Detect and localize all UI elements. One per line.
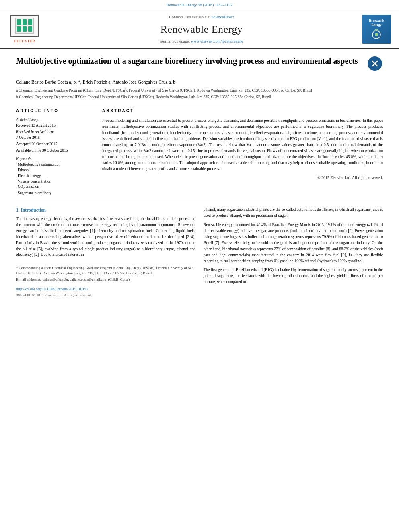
- contents-line: Contents lists available at ScienceDirec…: [169, 14, 234, 21]
- elsevier-brand: ELSEVIER: [14, 39, 35, 44]
- abstract-text: Process modeling and simulation are esse…: [102, 117, 383, 172]
- footer-links: http://dx.doi.org/10.1016/j.renene.2015.…: [16, 287, 195, 298]
- svg-point-8: [375, 33, 378, 36]
- article-title: Multiobjective optimization of a sugarca…: [16, 55, 367, 66]
- main-content: Multiobjective optimization of a sugarca…: [0, 49, 399, 306]
- renewable-energy-logo: RenewableEnergy: [362, 15, 391, 44]
- footer-issn: 0960-1481/© 2015 Elsevier Ltd. All right…: [16, 293, 195, 298]
- intro-paragraph-1: The increasing energy demands, the aware…: [16, 216, 195, 258]
- info-abstract-section: ARTICLE INFO Article history: Received 1…: [16, 108, 383, 196]
- footnote-email: E-mail addresses: calime@ufscar.br, cali…: [16, 277, 195, 282]
- homepage-link[interactable]: www.elsevier.com/locate/renene: [191, 39, 243, 43]
- affiliation-a: a Chemical Engineering Graduate Program …: [16, 88, 383, 94]
- body-right-col: ethanol, many sugarcane industrial plant…: [204, 207, 383, 298]
- affiliation-b: b Chemical Engineering Department/UFSCar…: [16, 94, 383, 100]
- history-label: Article history:: [16, 117, 93, 123]
- copyright: © 2015 Elsevier Ltd. All rights reserved…: [102, 175, 383, 181]
- accepted-date: Accepted 20 October 2015: [16, 142, 93, 147]
- online-date: Available online 30 October 2015: [16, 148, 93, 154]
- keyword-3: Electric energy: [18, 173, 93, 179]
- svg-rect-3: [28, 19, 32, 25]
- homepage-line: journal homepage: www.elsevier.com/locat…: [160, 39, 243, 45]
- keyword-2: Ethanol: [18, 168, 93, 173]
- footnote-star: * Corresponding author. Chemical Enginee…: [16, 265, 195, 276]
- intro-paragraph-3: Renewable energy accounted for 46.4% of …: [204, 222, 383, 264]
- intro-heading: 1. Introduction: [16, 207, 195, 214]
- citation-text: Renewable Energy 96 (2016) 1142–1152: [167, 3, 232, 7]
- crossmark-badge: [367, 55, 383, 72]
- journal-name: Renewable Energy: [160, 22, 243, 37]
- abstract-header: ABSTRACT: [102, 108, 383, 114]
- sciencedirect-link[interactable]: ScienceDirect: [211, 15, 234, 19]
- authors-line: Caliane Bastos Borba Costa a, b, *, Eric…: [16, 79, 383, 86]
- footnotes: * Corresponding author. Chemical Enginee…: [16, 263, 195, 282]
- citation-bar: Renewable Energy 96 (2016) 1142–1152: [0, 0, 399, 10]
- article-info-header: ARTICLE INFO: [16, 108, 93, 114]
- svg-rect-1: [17, 19, 21, 25]
- keyword-5: CO2 emission: [18, 184, 93, 190]
- keywords-label: Keywords:: [16, 156, 93, 162]
- svg-rect-6: [28, 26, 32, 32]
- authors-text: Caliane Bastos Borba Costa a, b, *, Eric…: [16, 80, 175, 84]
- svg-rect-5: [23, 26, 27, 32]
- keyword-1: Multiobjective optimization: [18, 162, 93, 168]
- elsevier-logo-image: [10, 15, 39, 37]
- keywords-section: Keywords: Multiobjective optimization Et…: [16, 156, 93, 196]
- crossmark-icon: [368, 56, 382, 71]
- revised-date: 7 October 2015: [16, 135, 93, 141]
- intro-paragraph-4: The first generation Brazilian ethanol (…: [204, 267, 383, 285]
- journal-logo-right: RenewableEnergy: [360, 14, 393, 45]
- journal-header: ELSEVIER Contents lists available at Sci…: [0, 10, 399, 49]
- intro-paragraph-2: ethanol, many sugarcane industrial plant…: [204, 207, 383, 219]
- keyword-6: Sugarcane biorefinery: [18, 191, 93, 196]
- svg-rect-2: [23, 19, 27, 25]
- svg-rect-4: [17, 26, 21, 32]
- body-left-col: 1. Introduction The increasing energy de…: [16, 207, 195, 298]
- doi-link[interactable]: http://dx.doi.org/10.1016/j.renene.2015.…: [16, 287, 195, 292]
- abstract-column: ABSTRACT Process modeling and simulation…: [102, 108, 383, 196]
- revised-label: Received in revised form: [16, 129, 93, 135]
- article-title-section: Multiobjective optimization of a sugarca…: [16, 55, 383, 75]
- article-info-column: ARTICLE INFO Article history: Received 1…: [16, 108, 93, 196]
- keyword-4: Vinasse concentration: [18, 179, 93, 185]
- received-date: Received 13 August 2015: [16, 123, 93, 129]
- journal-title-center: Contents lists available at ScienceDirec…: [47, 14, 356, 45]
- elsevier-logo: ELSEVIER: [6, 14, 43, 45]
- section-number: 1. Introduction: [16, 207, 46, 212]
- separator: [16, 104, 383, 104]
- separator-2: [16, 201, 383, 201]
- body-section: 1. Introduction The increasing energy de…: [16, 207, 383, 298]
